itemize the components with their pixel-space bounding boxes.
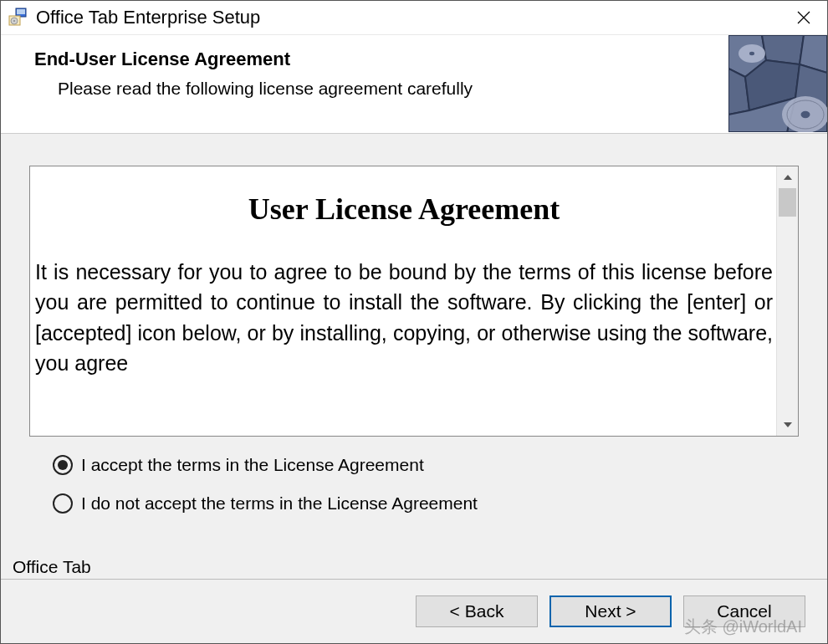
- accept-radio-group: I accept the terms in the License Agreem…: [29, 437, 799, 532]
- scroll-up-arrow[interactable]: [777, 166, 798, 188]
- license-scrollbar[interactable]: [776, 166, 798, 436]
- radio-accept-label: I accept the terms in the License Agreem…: [81, 455, 424, 475]
- window-title: Office Tab Enterprise Setup: [36, 7, 780, 28]
- page-title: End-User License Agreement: [34, 49, 827, 70]
- license-text-area[interactable]: User License Agreement It is necessary f…: [30, 166, 776, 436]
- cancel-button[interactable]: Cancel: [683, 595, 805, 627]
- scroll-down-arrow[interactable]: [777, 414, 798, 436]
- wizard-footer: < Back Next > Cancel 头条 @iWorldAI: [1, 579, 827, 643]
- next-button[interactable]: Next >: [549, 595, 672, 627]
- radio-button-icon: [53, 493, 73, 514]
- chevron-down-icon: [784, 422, 792, 427]
- svg-point-4: [13, 20, 15, 22]
- close-icon: [797, 11, 810, 24]
- page-subtitle: Please read the following license agreem…: [34, 79, 827, 99]
- license-heading: User License Agreement: [35, 192, 773, 227]
- radio-decline[interactable]: I do not accept the terms in the License…: [53, 493, 799, 514]
- back-button[interactable]: < Back: [416, 595, 538, 627]
- installer-window: Office Tab Enterprise Setup End-User Lic…: [0, 0, 828, 644]
- svg-point-9: [749, 52, 754, 55]
- installer-icon: [8, 8, 28, 28]
- wizard-header: End-User License Agreement Please read t…: [1, 35, 827, 134]
- radio-decline-label: I do not accept the terms in the License…: [81, 493, 478, 514]
- radio-accept[interactable]: I accept the terms in the License Agreem…: [53, 455, 799, 475]
- brand-label: Office Tab: [13, 557, 91, 577]
- chevron-up-icon: [784, 175, 792, 180]
- svg-rect-1: [17, 9, 25, 14]
- radio-button-icon: [53, 455, 73, 475]
- scroll-thumb[interactable]: [779, 188, 796, 217]
- license-agreement-box: User License Agreement It is necessary f…: [29, 166, 799, 437]
- header-banner-image: [728, 35, 827, 132]
- svg-point-12: [801, 111, 810, 118]
- scroll-track[interactable]: [777, 188, 798, 414]
- wizard-content: User License Agreement It is necessary f…: [1, 134, 827, 579]
- titlebar: Office Tab Enterprise Setup: [1, 1, 827, 35]
- close-button[interactable]: [780, 1, 827, 35]
- license-body: It is necessary for you to agree to be b…: [35, 257, 773, 378]
